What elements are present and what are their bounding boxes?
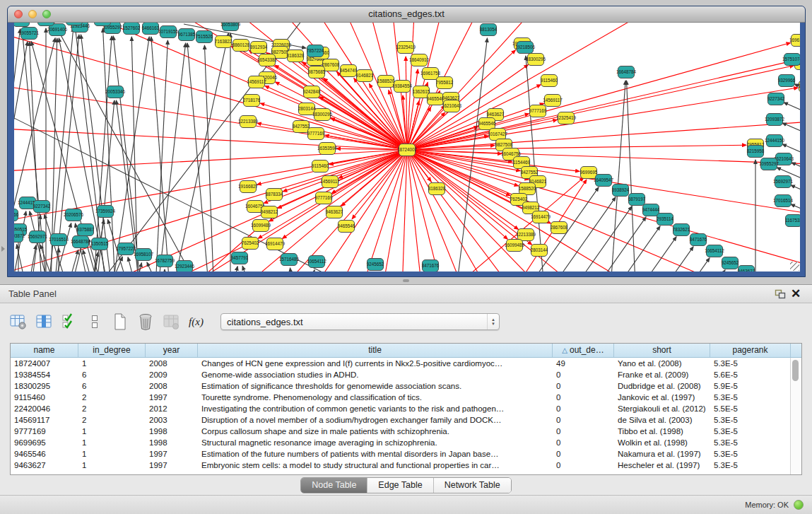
table-cell[interactable]: Structural magnetic resonance image aver… [198,437,553,448]
table-header-row[interactable]: namein_degreeyeartitle△out_de…shortpager… [11,344,801,358]
table-row[interactable]: 1938455462009Genome-wide association stu… [11,369,801,380]
close-panel-icon[interactable]: ✕ [788,288,804,300]
table-cell[interactable]: 5.5E-5 [710,403,791,414]
table-row[interactable]: 1830029562008Estimation of significance … [11,380,801,392]
table-cell[interactable]: Jankovic et al. (1997) [614,392,710,403]
table-cell[interactable]: de Silva et al. (2003) [614,414,710,426]
table-cell[interactable]: 0 [553,369,614,380]
table-cell[interactable]: Embryonic stem cells: a model to study s… [198,460,553,471]
vertical-scrollbar[interactable] [790,358,801,474]
tab-network-table[interactable]: Network Table [433,478,511,493]
table-cell[interactable]: Investigating the contribution of common… [198,403,553,414]
table-cell[interactable]: 9465546 [11,448,78,460]
table-cell[interactable]: Genome-wide association studies in ADHD. [198,369,553,380]
table-cell[interactable]: 2012 [146,403,198,414]
table-row[interactable]: 969969511998Structural magnetic resonanc… [11,437,801,448]
table-cell[interactable]: 9699695 [11,437,78,448]
table-cell[interactable]: 2009 [146,369,198,380]
table-cell[interactable]: 2008 [146,358,198,369]
table-cell[interactable]: 9115460 [11,392,78,403]
table-cell[interactable]: Nakamura et al. (1997) [614,448,710,460]
table-cell[interactable]: 0 [553,380,614,392]
table-cell[interactable]: 5.9E-5 [710,380,791,392]
table-cell[interactable]: 5.6E-5 [710,369,791,380]
table-cell[interactable]: 1997 [146,448,198,460]
table-row[interactable]: 946362711997Embryonic stem cells: a mode… [11,460,801,471]
table-cell[interactable]: 5.3E-5 [710,460,791,471]
table-cell[interactable]: 5.3E-5 [710,358,791,369]
divider-handle-icon[interactable] [403,279,409,282]
split-divider[interactable] [0,277,812,284]
table-cell[interactable]: Stergiakouli et al. (2012) [614,403,710,414]
table-cell[interactable]: 22420046 [11,403,78,414]
window-titlebar[interactable]: citations_edges.txt [8,6,805,23]
select-columns-icon[interactable] [59,313,78,331]
table-cell[interactable]: 2 [78,414,146,426]
table-cell[interactable]: 1 [78,437,146,448]
table-cell[interactable]: Disruption of a novel member of a sodium… [198,414,553,426]
table-cell[interactable]: Wolkin et al. (1998) [614,437,710,448]
create-column-icon[interactable] [110,313,129,331]
table-row[interactable]: 1456911722003Disruption of a novel membe… [11,414,801,426]
column-header-title[interactable]: title [198,344,553,357]
table-row[interactable]: 946554611997Estimation of the future num… [11,448,801,460]
table-cell[interactable]: 49 [553,358,614,369]
table-cell[interactable]: 9463627 [11,460,78,471]
table-cell[interactable]: 5.3E-5 [710,437,791,448]
table-cell[interactable]: Changes of HCN gene expression and I(f) … [198,358,553,369]
table-cell[interactable]: 5.3E-5 [710,426,791,437]
table-cell[interactable]: 1 [78,448,146,460]
table-cell[interactable]: Franke et al. (2009) [614,369,710,380]
table-cell[interactable]: 0 [553,392,614,403]
table-cell[interactable]: 18300295 [11,380,78,392]
scrollbar-thumb[interactable] [792,360,799,381]
table-cell[interactable]: 2 [78,392,146,403]
delete-column-icon[interactable] [136,313,155,331]
table-cell[interactable]: 5.3E-5 [710,414,791,426]
table-mode-icon[interactable] [8,313,28,331]
table-row[interactable]: 911546021997Tourette syndrome. Phenomeno… [11,392,801,403]
table-cell[interactable]: 0 [553,437,614,448]
table-cell[interactable]: 0 [553,414,614,426]
table-cell[interactable]: Corpus callosum shape and size in male p… [198,426,553,437]
table-cell[interactable]: 0 [553,426,614,437]
table-cell[interactable]: 2 [78,403,146,414]
table-row[interactable]: 977716911998Corpus callosum shape and si… [11,426,801,437]
column-header-out_de[interactable]: △out_de… [553,344,614,357]
table-cell[interactable]: 1 [78,426,146,437]
table-type-segmented-control[interactable]: Node TableEdge TableNetwork Table [300,477,511,493]
table-cell[interactable]: Estimation of significance thresholds fo… [198,380,553,392]
table-cell[interactable]: 1998 [146,437,198,448]
table-select-dropdown[interactable]: citations_edges.txt ▲▼ [220,313,500,330]
table-cell[interactable]: 19384554 [11,369,78,380]
table-cell[interactable]: 5.3E-5 [710,392,791,403]
table-cell[interactable]: 0 [553,460,614,471]
table-cell[interactable]: 6 [78,380,146,392]
table-cell[interactable]: 1997 [146,460,198,471]
table-cell[interactable]: 1 [78,358,146,369]
tab-node-table[interactable]: Node Table [301,478,367,493]
node-attribute-table[interactable]: namein_degreeyeartitle△out_de…shortpager… [10,343,802,475]
table-cell[interactable]: Hescheler et al. (1997) [614,460,710,471]
checkbox-list-icon[interactable] [85,313,104,331]
table-cell[interactable]: 1997 [146,392,198,403]
citation-network-graph[interactable]: 7163822886012889129342222603898275051654… [14,23,800,271]
table-cell[interactable]: 14569117 [11,414,78,426]
table-cell[interactable]: 0 [553,448,614,460]
table-row[interactable]: 1872400712008Changes of HCN gene express… [11,358,801,369]
function-builder-icon[interactable]: f(x) [187,313,206,331]
column-header-name[interactable]: name [11,344,78,357]
table-cell[interactable]: Tourette syndrome. Phenomenology and cla… [198,392,553,403]
column-header-in_degree[interactable]: in_degree [78,344,146,357]
table-cell[interactable]: 0 [553,403,614,414]
resize-grip-icon[interactable] [790,262,799,271]
table-cell[interactable]: 6 [78,369,146,380]
column-header-year[interactable]: year [146,344,198,357]
table-cell[interactable]: Estimation of the future numbers of pati… [198,448,553,460]
network-canvas[interactable]: 7163822886012889129342222603898275051654… [14,23,800,271]
table-cell[interactable]: Tibbo et al. (1998) [614,426,710,437]
column-header-short[interactable]: short [614,344,710,357]
float-panel-icon[interactable] [772,288,788,300]
tab-edge-table[interactable]: Edge Table [367,478,433,493]
table-row[interactable]: 2242004622012Investigating the contribut… [11,403,801,414]
